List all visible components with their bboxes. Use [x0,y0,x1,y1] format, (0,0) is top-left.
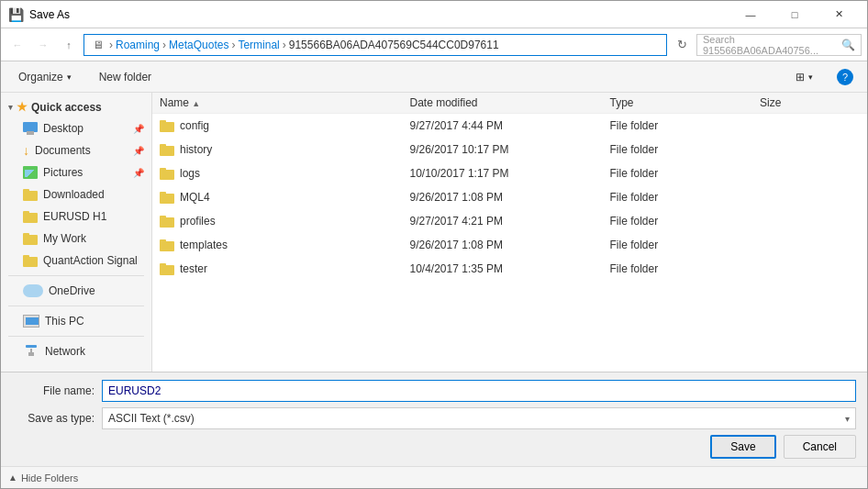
col-header-name[interactable]: Name ▲ [160,96,410,109]
search-placeholder: Search 915566BA06ADA40756... [703,34,841,56]
window-icon: 💾 [8,7,24,22]
desktop-icon [23,122,38,135]
breadcrumb-current: 915566BA06ADA407569C544CC0D97611 [289,39,499,51]
sidebar-item-desktop[interactable]: Desktop 📌 [1,117,151,139]
sidebar-item-pictures[interactable]: Pictures 📌 [1,161,151,183]
onedrive-label: OneDrive [49,284,95,297]
help-button[interactable]: ? [830,65,860,89]
breadcrumb-terminal[interactable]: Terminal [238,39,279,51]
folder-icon [160,216,174,228]
sidebar-item-eurusd[interactable]: EURUSD H1 [1,206,151,228]
filename-input[interactable] [102,380,856,402]
file-date: 9/26/2017 10:17 PM [410,143,610,156]
main-content: ▾ ★ Quick access Desktop 📌 ↓ Documents 📌… [1,93,867,372]
sidebar-item-mywork[interactable]: My Work [1,228,151,250]
file-type: File folder [610,262,761,275]
sort-arrow-icon: ▲ [192,99,200,108]
up-button[interactable]: ↑ [58,34,80,56]
col-header-type[interactable]: Type [610,96,761,109]
maximize-button[interactable]: □ [773,1,816,28]
file-type: File folder [610,239,761,251]
file-name: config [180,119,209,132]
save-button[interactable]: Save [710,435,775,459]
folder-icon [160,263,174,275]
sidebar-item-onedrive[interactable]: OneDrive [1,280,151,302]
file-name: MQL4 [180,191,210,204]
col-header-size[interactable]: Size [760,96,860,109]
quantaction-folder-icon [23,255,38,267]
mywork-folder-icon [23,233,38,245]
file-date: 9/26/2017 1:08 PM [410,191,610,204]
breadcrumb-metaquotes[interactable]: MetaQuotes [169,39,228,51]
sidebar-item-thispc[interactable]: This PC [1,310,151,332]
documents-label: Documents [35,144,91,157]
close-button[interactable]: ✕ [818,1,860,28]
file-date: 9/27/2017 4:21 PM [410,215,610,228]
table-row[interactable]: config 9/27/2017 4:44 PM File folder [152,114,867,138]
help-icon: ? [837,69,853,85]
file-type: File folder [610,215,761,228]
bottom-area: File name: Save as type: ASCII Text (*.c… [1,372,867,466]
sidebar-item-documents[interactable]: ↓ Documents 📌 [1,139,151,161]
pictures-icon [23,166,38,179]
saveastype-row: Save as type: ASCII Text (*.csv) ▾ [12,407,856,429]
window-title: Save As [29,8,70,21]
desktop-label: Desktop [43,122,83,135]
saveastype-select[interactable]: ASCII Text (*.csv) ▾ [102,407,856,429]
file-date: 10/4/2017 1:35 PM [410,262,610,275]
forward-button[interactable]: → [32,34,54,56]
address-bar: ← → ↑ 🖥 › Roaming › MetaQuotes › Termina… [1,28,867,61]
refresh-button[interactable]: ↻ [671,34,693,56]
search-box[interactable]: Search 915566BA06ADA40756... 🔍 [696,34,862,56]
view-grid-icon: ⊞ [796,71,805,83]
folder-icon [160,239,174,251]
quick-access-header[interactable]: ▾ ★ Quick access [1,96,151,117]
desktop-pin-icon: 📌 [133,124,144,134]
view-chevron-icon: ▾ [808,72,813,82]
back-button[interactable]: ← [6,34,28,56]
search-icon: 🔍 [841,39,855,51]
quick-access-label: Quick access [31,101,102,114]
view-options-button[interactable]: ⊞ ▾ [785,65,823,89]
minimize-button[interactable]: — [729,1,772,28]
breadcrumb-bar[interactable]: 🖥 › Roaming › MetaQuotes › Terminal › 91… [83,34,667,56]
toolbar: Organize ▾ New folder ⊞ ▾ ? [1,61,867,93]
onedrive-icon [23,284,43,297]
thispc-label: This PC [45,315,84,328]
title-bar: 💾 Save As — □ ✕ [1,1,867,28]
table-row[interactable]: tester 10/4/2017 1:35 PM File folder [152,257,867,281]
table-row[interactable]: templates 9/26/2017 1:08 PM File folder [152,233,867,257]
file-name: templates [180,239,228,251]
file-type: File folder [610,167,761,180]
sidebar-item-downloaded[interactable]: Downloaded [1,183,151,206]
folder-icon [160,120,174,132]
organize-label: Organize [18,71,63,83]
cancel-button[interactable]: Cancel [784,435,856,459]
divider-3 [8,336,144,337]
file-type: File folder [610,143,761,156]
folder-icon [160,144,174,156]
thispc-icon [23,315,39,328]
saveastype-arrow-icon: ▾ [845,414,850,424]
svg-rect-2 [26,345,37,348]
sidebar: ▾ ★ Quick access Desktop 📌 ↓ Documents 📌… [1,93,152,372]
breadcrumb-roaming[interactable]: Roaming [116,39,160,51]
sidebar-item-quantaction[interactable]: QuantAction Signal [1,250,151,272]
divider-1 [8,275,144,276]
action-row: Save Cancel [12,435,856,459]
table-row[interactable]: logs 10/10/2017 1:17 PM File folder [152,161,867,185]
downloaded-folder-icon [23,189,38,201]
new-folder-button[interactable]: New folder [89,65,161,89]
eurusd-label: EURUSD H1 [43,210,106,223]
col-header-date[interactable]: Date modified [410,96,610,109]
file-list-header: Name ▲ Date modified Type Size [152,93,867,114]
chevron-up-icon: ▲ [8,472,17,483]
mywork-label: My Work [43,232,86,245]
table-row[interactable]: history 9/26/2017 10:17 PM File folder [152,138,867,161]
network-label: Network [45,345,85,358]
sidebar-item-network[interactable]: Network [1,340,151,362]
table-row[interactable]: MQL4 9/26/2017 1:08 PM File folder [152,185,867,209]
table-row[interactable]: profiles 9/27/2017 4:21 PM File folder [152,209,867,233]
organize-button[interactable]: Organize ▾ [8,65,82,89]
hide-folders-section[interactable]: ▲ Hide Folders [8,472,78,483]
